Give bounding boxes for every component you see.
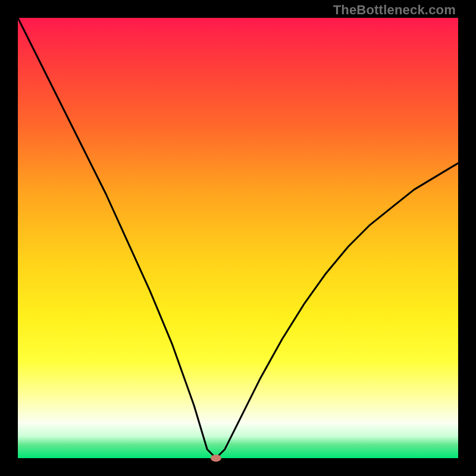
chart-frame: TheBottleneck.com <box>0 0 476 476</box>
watermark-text: TheBottleneck.com <box>333 2 456 18</box>
optimum-marker <box>211 455 221 462</box>
plot-area <box>18 18 458 458</box>
bottleneck-curve <box>18 18 458 458</box>
